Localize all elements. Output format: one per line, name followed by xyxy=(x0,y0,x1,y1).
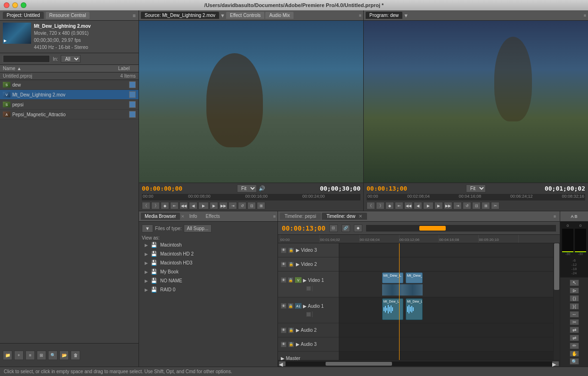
track-select-tool[interactable]: ⊳ xyxy=(570,288,579,294)
source-tab[interactable]: Source: Mt_Dew_Lightning 2.mov xyxy=(141,12,219,19)
project-tab[interactable]: Project: Untitled xyxy=(3,12,44,19)
hscroll-thumb[interactable] xyxy=(326,362,392,366)
prog-forward-frame-button[interactable]: ▶ xyxy=(434,202,443,209)
audio-clip-1[interactable]: Mt_Dew_L xyxy=(382,298,403,320)
safe-margins-button[interactable]: ⊡ xyxy=(247,202,256,209)
step-forward-button[interactable]: ▶▶ xyxy=(219,202,228,209)
track-lock-video2[interactable]: 🔒 xyxy=(288,262,294,267)
track-visibility-video2[interactable]: 👁 xyxy=(281,262,286,267)
lower-panel-menu[interactable]: ≡ xyxy=(273,214,276,219)
folder-raid0[interactable]: ▶ 💾 RAID 0 xyxy=(142,285,275,294)
program-timecode-in[interactable]: 00:00:13;00 xyxy=(367,185,407,192)
folder-macintosh-hd3[interactable]: ▶ 💾 Macintosh HD3 xyxy=(142,258,275,267)
source-audio-icon[interactable]: 🔊 xyxy=(259,185,265,192)
media-browser-tab[interactable]: Media Browser xyxy=(141,213,180,220)
track-visibility-audio3[interactable]: 👁 xyxy=(281,342,286,347)
output-button[interactable]: ⊞ xyxy=(257,202,265,209)
list-item[interactable]: V Mt_Dew_Lightning 2.mov xyxy=(0,90,139,100)
track-visibility-video3[interactable]: 👁 xyxy=(281,248,286,253)
prog-play-button[interactable]: ▶ xyxy=(423,202,433,209)
play-button[interactable]: ▶ xyxy=(198,202,209,209)
new-folder-button[interactable]: 📂 xyxy=(59,351,69,360)
search-in-dropdown[interactable]: All xyxy=(61,55,81,63)
folder-macintosh[interactable]: ▶ 💾 Macintosh xyxy=(142,240,275,249)
prog-go-out-button[interactable]: ⇥ xyxy=(453,202,462,209)
close-button[interactable] xyxy=(4,2,9,8)
effect-controls-tab[interactable]: Effect Controls xyxy=(226,12,264,19)
new-item-button[interactable]: + xyxy=(14,351,24,360)
program-tab-dropdown-icon[interactable]: ▼ xyxy=(403,13,408,18)
icon-view-button[interactable]: ⊞ xyxy=(37,351,46,360)
audio3-row[interactable] xyxy=(339,337,553,352)
loop-button[interactable]: ↺ xyxy=(238,202,246,209)
add-marker-tl-button[interactable]: ◆ xyxy=(354,224,362,232)
program-timecode-out[interactable]: 00;01;00;02 xyxy=(545,185,585,192)
maximize-button[interactable] xyxy=(21,2,26,8)
go-out-button[interactable]: ⇥ xyxy=(229,202,237,209)
track-lock-video1[interactable]: 🔒 xyxy=(288,277,294,283)
track-visibility-audio2[interactable]: 👁 xyxy=(281,328,286,333)
source-tab-dropdown-icon[interactable]: ▼ xyxy=(220,13,225,18)
timeline-timecode[interactable]: 00:00:13;00 xyxy=(282,224,326,232)
sync-lock-video1[interactable] xyxy=(306,286,311,291)
hscroll-right-arrow[interactable]: ▶ xyxy=(552,361,559,366)
prog-step-back-button[interactable]: ◀◀ xyxy=(404,202,413,209)
source-timeline-bar[interactable]: 00:00 00:00:08;00 00:00:16;00 00:00:24;0… xyxy=(142,194,360,200)
pen-tool[interactable]: ✏ xyxy=(570,343,579,349)
video2-row[interactable] xyxy=(339,257,553,272)
razor-tool[interactable]: ✂ xyxy=(570,319,579,326)
timeline-scroll-area[interactable] xyxy=(366,225,556,232)
track-lock-audio3[interactable]: 🔒 xyxy=(288,342,294,347)
hscroll-left-arrow[interactable]: ◀ xyxy=(279,361,286,366)
go-in-button[interactable]: ⇤ xyxy=(170,202,179,209)
source-panel-menu[interactable]: ≡ xyxy=(359,13,361,18)
video3-row[interactable] xyxy=(339,243,553,257)
prog-go-in-button[interactable]: ⇤ xyxy=(395,202,403,209)
delete-button[interactable]: 🗑 xyxy=(71,351,80,360)
ripple-edit-tool[interactable]: ⟨⟩ xyxy=(570,295,579,302)
rolling-edit-tool[interactable]: ⟩⟨ xyxy=(570,303,579,310)
track-visibility-audio1[interactable]: 👁 xyxy=(281,303,286,309)
video-clip-2[interactable]: Mt_Dew_L xyxy=(406,272,423,283)
panel-menu-icon[interactable]: ≡ xyxy=(133,13,136,18)
list-view-button[interactable]: ≡ xyxy=(25,351,35,360)
prog-add-marker-button[interactable]: ◆ xyxy=(385,202,394,209)
folder-noname[interactable]: ▶ 💾 NO NAME xyxy=(142,276,275,285)
hand-tool[interactable]: ✋ xyxy=(570,351,579,357)
timeline-playhead-thumb[interactable] xyxy=(419,226,446,231)
audio1-row[interactable]: Mt_Dew_L xyxy=(339,297,553,323)
program-tab[interactable]: Program: dew xyxy=(366,12,402,19)
mark-in-button[interactable]: 〈 xyxy=(142,202,150,209)
hscroll-track[interactable] xyxy=(286,361,552,366)
prog-step-forward-button[interactable]: ▶▶ xyxy=(444,202,452,209)
program-fit-dropdown[interactable]: Fit xyxy=(466,184,486,192)
audio-mix-tab[interactable]: Audio Mix xyxy=(265,12,294,19)
prog-mark-in-button[interactable]: 〈 xyxy=(367,202,375,209)
close-timeline-icon[interactable]: ✕ xyxy=(359,214,362,219)
prog-loop-button[interactable]: ↺ xyxy=(463,202,471,209)
track-lock-audio1[interactable]: 🔒 xyxy=(288,303,294,309)
timeline-panel-menu[interactable]: ≡ xyxy=(552,214,558,219)
minimize-button[interactable] xyxy=(12,2,18,8)
select-tool[interactable]: ↖ xyxy=(570,280,579,286)
browser-dropdown[interactable]: ▼ xyxy=(142,224,153,232)
source-timecode-in[interactable]: 00:00:00;00 xyxy=(142,185,182,192)
list-item[interactable]: S dew xyxy=(0,80,139,90)
media-browser-close-icon[interactable]: ✕ xyxy=(181,214,185,219)
file-type-dropdown[interactable]: All Supp... xyxy=(184,224,212,232)
vscroll-track[interactable] xyxy=(554,243,560,360)
forward-frame-button[interactable]: ▶ xyxy=(210,202,218,209)
rate-stretch-tool[interactable]: ↔ xyxy=(570,311,579,318)
track-lock-video3[interactable]: 🔒 xyxy=(288,248,294,253)
prog-output-button[interactable]: ⊞ xyxy=(482,202,490,209)
resource-central-tab[interactable]: Resource Central xyxy=(46,12,90,19)
add-marker-button[interactable]: ◆ xyxy=(161,202,169,209)
source-timecode-out[interactable]: 00;00;30;00 xyxy=(320,185,360,192)
timeline-tab-pepsi[interactable]: Timeline: pepsi xyxy=(280,213,321,220)
info-tab[interactable]: Info xyxy=(186,213,201,220)
video-clip-1[interactable]: Mt_Dew_L xyxy=(382,272,403,283)
master-row[interactable] xyxy=(339,352,553,360)
folder-mybook[interactable]: ▶ 💾 My Book xyxy=(142,267,275,276)
folder-macintosh-hd2[interactable]: ▶ 💾 Macintosh HD 2 xyxy=(142,249,275,258)
effects-tab[interactable]: Effects xyxy=(202,213,223,220)
